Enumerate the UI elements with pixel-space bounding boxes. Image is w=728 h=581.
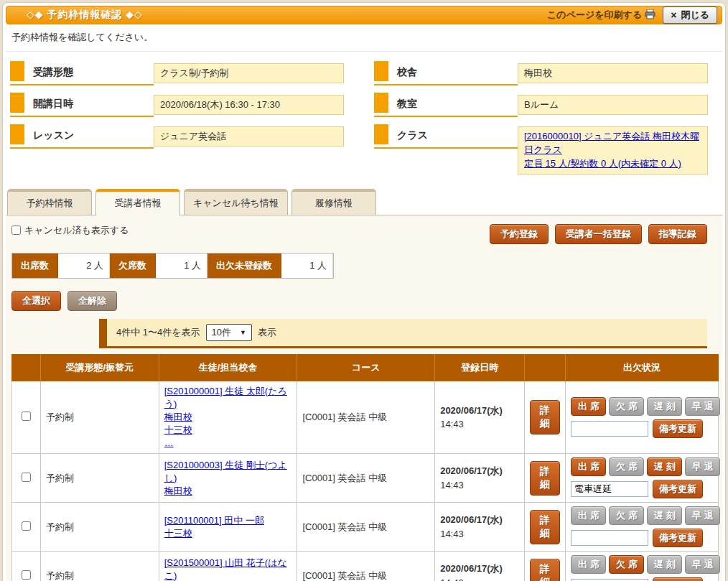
row-course: [C0001] 英会話 中級 [297,381,435,454]
student-school-link[interactable]: 十三校 [164,527,292,540]
field-value: ジュニア英会話 [154,126,344,147]
row-checkbox[interactable] [22,570,31,580]
attendance-late-button[interactable]: 遅刻 [647,457,682,476]
remark-input[interactable] [571,421,648,437]
attendance-late-button[interactable]: 遅刻 [647,506,682,525]
page-title: ◇◆ 予約枠情報確認 ◆◇ [27,9,143,22]
row-checkbox[interactable] [22,521,31,531]
attendance-early-leave-button[interactable]: 早退 [685,457,720,476]
tab-reservation-slot-info[interactable]: 予約枠情報 [7,189,92,215]
table-row: 予約制 [S201100001] 田中 一郎 十三校 [C0001] 英会話 中… [12,503,719,552]
show-cancelled-checkbox[interactable] [11,226,21,235]
student-link[interactable]: [S201500001] 山田 花子(はなこ) [164,557,292,581]
detail-button[interactable]: 詳細 [530,400,560,434]
attendance-buttons: 出席 欠席 遅刻 早退 [571,457,713,476]
tab-attendee-info[interactable]: 受講者情報 [95,189,180,215]
header-type: 受講形態/振替元 [40,354,159,381]
show-cancelled-checkbox-wrap: キャンセル済も表示する [11,224,129,237]
detail-button[interactable]: 詳細 [530,461,560,496]
row-registered-datetime: 2020/06/17(水) 14:43 [435,503,525,552]
remark-input[interactable] [571,530,648,546]
attendance-present-button[interactable]: 出席 [571,506,606,525]
field-value: Bルーム [518,95,708,115]
attendance-late-button[interactable]: 遅刻 [647,555,682,574]
student-school-link[interactable]: 梅田校 [164,485,292,498]
header-detail-col [525,354,566,381]
page-frame: ◇◆ 予約枠情報確認 ◆◇ このページを印刷する × 閉じる 予約枠情報を確認し… [0,0,728,581]
close-button[interactable]: × 閉じる [663,6,717,24]
attendance-buttons: 出席 欠席 遅刻 早退 [571,555,713,574]
header-registered: 登録日時 [435,354,525,381]
attendance-late-button[interactable]: 遅刻 [647,397,682,416]
row-registered-datetime: 2020/06/17(水) 14:43 [435,552,525,581]
field-lesson: レッスン ジュニア英会話 [10,126,344,149]
row-course: [C0001] 英会話 中級 [297,552,435,581]
remark-update-button[interactable]: 備考更新 [653,529,703,547]
present-count-value: 2 人 [58,254,110,278]
tab-cancel-waitlist-info[interactable]: キャンセル待ち情報 [184,189,288,215]
close-button-label: 閉じる [681,9,709,22]
show-cancelled-label: キャンセル済も表示する [24,224,129,237]
field-value: クラス制/予約制 [154,63,344,83]
tab-strip: 予約枠情報 受講者情報 キャンセル待ち情報 履修情報 [6,179,722,215]
attendance-present-button[interactable]: 出席 [571,397,606,416]
select-all-button[interactable]: 全選択 [11,291,61,311]
attendance-absent-button[interactable]: 欠席 [609,555,644,574]
row-student-cell: [S201000003] 生徒 剛士(つよし) 梅田校 [159,454,297,503]
field-value: 梅田校 [518,63,708,83]
student-link[interactable]: [S201100001] 田中 一郎 [164,514,292,527]
remark-update-button[interactable]: 備考更新 [653,419,703,438]
student-link[interactable]: [S201000003] 生徒 剛士(つよし) [164,459,292,485]
student-school-link[interactable]: 梅田校 [164,411,292,424]
page-size-select[interactable]: 10件 ▼ [206,324,252,341]
printer-icon [645,9,655,22]
row-checkbox[interactable] [22,412,31,421]
reservation-register-button[interactable]: 予約登録 [490,224,549,244]
student-more-link[interactable]: … [164,437,292,450]
clear-all-button[interactable]: 全解除 [67,291,117,311]
detail-button[interactable]: 詳細 [530,510,560,544]
row-registered-date: 2020/06/17(水) [440,563,503,574]
remark-input[interactable] [571,481,648,497]
remark-update-button[interactable]: 備考更新 [653,480,703,498]
chevron-down-icon: ▼ [240,329,246,336]
unregistered-count-label: 出欠未登録数 [207,254,281,278]
pagination-suffix-label: 表示 [258,326,276,339]
instruction-record-button[interactable]: 指導記録 [648,224,707,244]
class-link[interactable]: [2016000010] ジュニア英会話 梅田校木曜日クラス [524,130,701,157]
page-size-value: 10件 [212,326,231,339]
student-link[interactable]: [S201000001] 生徒 太郎(たろう) [164,385,292,411]
field-label: 開講日時 [10,95,154,117]
attendance-absent-button[interactable]: 欠席 [609,397,644,416]
table-row: 予約制 [S201500001] 山田 花子(はなこ) 梅田校 [C0001] … [12,552,719,581]
attendance-absent-button[interactable]: 欠席 [609,506,644,525]
print-page-link[interactable]: このページを印刷する [547,9,655,22]
tab-course-history-info[interactable]: 履修情報 [291,189,376,215]
row-attendance-cell: 出席 欠席 遅刻 早退 備考更新 [566,454,719,503]
reservation-info-section: 受講形態 クラス制/予約制 開講日時 2020/06/18(木) 16:30 -… [6,52,722,179]
attendance-present-button[interactable]: 出席 [571,555,606,574]
attendance-early-leave-button[interactable]: 早退 [685,555,720,574]
field-label: クラス [374,126,518,149]
attendee-bulk-register-button[interactable]: 受講者一括登録 [555,224,642,244]
remark-row: 備考更新 [571,577,713,581]
table-row: 予約制 [S201000001] 生徒 太郎(たろう) 梅田校 十三校 … [C… [12,381,719,454]
row-registered-time: 14:43 [440,577,464,581]
attendance-present-button[interactable]: 出席 [571,457,606,476]
table-row: 予約制 [S201000003] 生徒 剛士(つよし) 梅田校 [C0001] … [12,454,719,503]
detail-button[interactable]: 詳細 [530,559,560,581]
attendance-early-leave-button[interactable]: 早退 [685,506,720,525]
notice-text: 予約枠情報を確認してください。 [6,24,722,52]
remark-update-button[interactable]: 備考更新 [653,577,703,581]
attendance-early-leave-button[interactable]: 早退 [685,397,720,416]
table-header-row: 受講形態/振替元 生徒/担当校舎 コース 登録日時 出欠状況 [12,354,719,381]
student-school-link[interactable]: 十三校 [164,424,292,437]
row-type: 予約制 [40,503,159,552]
attendance-absent-button[interactable]: 欠席 [609,457,644,476]
row-registered-datetime: 2020/06/17(水) 14:43 [435,454,525,503]
header-course: コース [297,354,435,381]
print-page-label: このページを印刷する [547,9,642,22]
row-checkbox[interactable] [22,473,31,482]
class-capacity-link[interactable]: 定員 15 人/契約数 0 人(内未確定 0 人) [524,157,701,171]
absent-count-value: 1 人 [156,254,207,278]
